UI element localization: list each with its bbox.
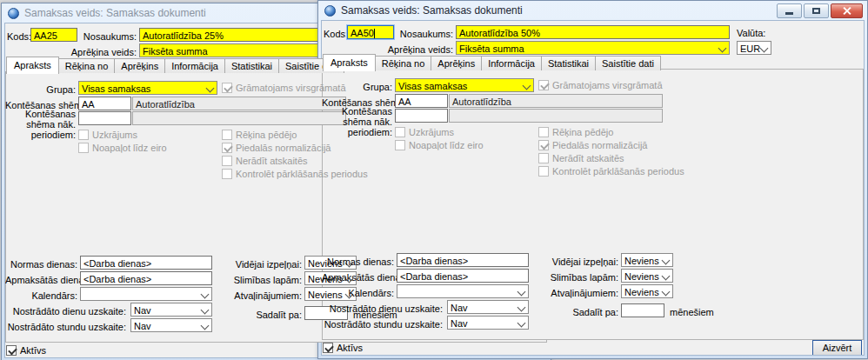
aktivs-checkbox-row: Aktīvs: [6, 345, 46, 356]
chevron-down-icon: [662, 288, 671, 297]
nak-shema-nosaukums-field: [132, 111, 346, 125]
normas-dienas-input[interactable]: <Darba dienas>: [397, 253, 529, 267]
atvalinajumiem-label: Atvaļinājumiem:: [531, 288, 618, 298]
kontrolet-label: Kontrolēt pārklāšanās periodus: [552, 166, 684, 177]
nak-shema-kods-input[interactable]: [78, 111, 131, 125]
piedalas-checkbox-row: Piedalās normalizācijā: [222, 143, 331, 153]
normas-dienas-label: Normas dienas:: [5, 259, 77, 270]
minimize-button[interactable]: [777, 3, 802, 18]
rekina-pedejo-checkbox: [222, 130, 232, 140]
nostradato-dienu-label: Nostrādāto dienu uzskaite:: [322, 303, 443, 314]
noapalot-checkbox-row: Noapaļot līdz eiro: [78, 143, 167, 153]
grupa-value: Visas samaksas: [82, 83, 150, 94]
atvalinajumiem-combo[interactable]: Neviens: [621, 284, 673, 298]
chevron-down-icon: [662, 257, 671, 265]
noapalot-checkbox-row: Noapaļot līdz eiro: [395, 140, 484, 150]
nostradato-stundu-label: Nostrādāto stundu uzskaite:: [5, 322, 126, 332]
tab-informacija[interactable]: Informācija: [481, 56, 542, 70]
neradit-label: Nerādīt atskaitēs: [236, 156, 308, 166]
aktivs-label: Aktīvs: [20, 345, 46, 356]
nak-shema-nosaukums-field: [449, 109, 663, 123]
tab-strip: Apraksts Rēķina no Aprēķins Informācija …: [6, 57, 344, 73]
shema-kods-input[interactable]: AA: [78, 97, 131, 110]
maximize-button[interactable]: [804, 3, 829, 18]
tab-aprekins[interactable]: Aprēķins: [114, 58, 165, 73]
tab-strip: Apraksts Rēķina no Aprēķins Informācija …: [323, 54, 660, 70]
gramatojams-checkbox-row: Grāmatojams virsgrāmatā: [538, 80, 663, 90]
kontrolet-label: Kontrolēt pārklāšanās periodus: [236, 169, 368, 179]
aktivs-checkbox[interactable]: [323, 343, 333, 353]
slimibas-lapam-value: Neviens: [624, 271, 659, 282]
close-button[interactable]: [831, 3, 863, 18]
tab-apraksts[interactable]: Apraksts: [6, 57, 59, 74]
apmaksatas-dienas-input[interactable]: <Darba dienas>: [397, 269, 529, 283]
kontrolet-checkbox: [222, 169, 232, 179]
chevron-down-icon: [201, 306, 210, 315]
piedalas-checkbox: [222, 143, 232, 153]
nostradato-dienu-combo[interactable]: Nav: [130, 303, 212, 317]
kalendars-combo[interactable]: [80, 287, 212, 301]
nostradato-stundu-combo[interactable]: Nav: [130, 318, 212, 332]
desktop: Samaksas veids: Samaksas dokumenti Kods:…: [0, 0, 868, 360]
gramatojams-checkbox: [538, 80, 549, 90]
noapalot-checkbox: [78, 143, 89, 153]
normas-dienas-input[interactable]: <Darba dienas>: [80, 256, 212, 270]
tab-aprekins[interactable]: Aprēķins: [431, 56, 482, 70]
grupa-combo[interactable]: Visas samaksas: [78, 81, 217, 95]
gramatojams-checkbox-row: Grāmatojams virsgrāmatā: [222, 83, 346, 93]
chevron-down-icon: [517, 319, 526, 328]
aizvert-button[interactable]: Aizvērt: [812, 340, 862, 356]
grupa-combo[interactable]: Visas samaksas: [395, 78, 534, 92]
neradit-checkbox-row: Nerādīt atskaitēs: [222, 156, 308, 166]
chevron-down-icon: [206, 84, 215, 93]
maximize-icon: [812, 8, 820, 14]
nostradato-stundu-combo[interactable]: Nav: [447, 316, 529, 330]
slimibas-lapam-combo[interactable]: Neviens: [621, 269, 673, 283]
nostradato-stundu-value: Nav: [451, 318, 468, 329]
apmaksatas-dienas-input[interactable]: <Darba dienas>: [80, 271, 212, 285]
tab-statistikai[interactable]: Statistikai: [541, 56, 596, 70]
nostradato-stundu-label: Nostrādāto stundu uzskaite:: [322, 319, 443, 330]
aprekina-veids-value: Fiksēta summa: [459, 43, 524, 54]
chevron-down-icon: [718, 44, 727, 53]
nosaukums-label: Nosaukums:: [70, 31, 137, 42]
nak-shema-kods-input[interactable]: [395, 109, 448, 123]
tab-statistikai[interactable]: Statistikai: [224, 58, 279, 73]
close-icon: [843, 7, 851, 15]
apmaksatas-dienas-label: Apmaksātās dienas:: [322, 272, 394, 283]
valuta-combo[interactable]: EUR: [737, 41, 771, 55]
kalendars-combo[interactable]: [397, 284, 529, 298]
tab-rekina-no[interactable]: Rēķina no: [58, 58, 116, 73]
nostradato-dienu-combo[interactable]: Nav: [447, 300, 529, 314]
rekina-pedejo-label: Rēķina pēdējo: [236, 130, 297, 140]
sadalit-pa-input[interactable]: [621, 303, 664, 317]
valuta-label: Valūta:: [737, 28, 765, 38]
app-icon: [324, 5, 336, 17]
tab-apraksts[interactable]: Apraksts: [323, 54, 376, 71]
sadalit-pa-label: Sadalīt pa:: [531, 307, 618, 317]
slimibas-lapam-label: Slimības lapām:: [531, 272, 618, 283]
kods-label: Kods:: [7, 31, 31, 42]
nostradato-dienu-label: Nostrādāto dienu uzskaite:: [5, 306, 126, 317]
rekina-pedejo-checkbox-row: Rēķina pēdējo: [538, 127, 613, 137]
tab-saistitie-dati[interactable]: Saistītie dati: [595, 56, 661, 70]
gramatojams-label: Grāmatojams virsgrāmatā: [552, 80, 663, 90]
tab-informacija[interactable]: Informācija: [164, 58, 225, 73]
piedalas-checkbox: [538, 140, 549, 150]
window-right: Samaksas veids: Samaksas dokumenti Kods:…: [317, 0, 868, 359]
videjai-izpelnai-combo[interactable]: Neviens: [621, 253, 673, 267]
gramatojams-checkbox: [222, 83, 232, 93]
shema-kods-input[interactable]: AA: [395, 94, 448, 108]
tab-rekina-no[interactable]: Rēķina no: [375, 56, 432, 70]
neradit-label: Nerādīt atskaitēs: [552, 153, 624, 163]
window-title: Samaksas veids: Samaksas dokumenti: [24, 7, 206, 19]
atvalinajumiem-value: Neviens: [624, 287, 659, 297]
piedalas-label: Piedalās normalizācijā: [236, 143, 331, 153]
nosaukums-input[interactable]: Autoratlīdzība 50%: [456, 25, 730, 39]
piedalas-checkbox-row: Piedalās normalizācijā: [538, 140, 647, 150]
videjai-izpelnai-value: Neviens: [624, 256, 659, 266]
aprekina-veids-combo[interactable]: Fiksēta summa: [456, 41, 730, 55]
aktivs-checkbox[interactable]: [6, 345, 17, 356]
uzkrajums-checkbox-row: Uzkrājums: [78, 130, 137, 140]
menesiem-label: mēnešiem: [670, 307, 714, 317]
